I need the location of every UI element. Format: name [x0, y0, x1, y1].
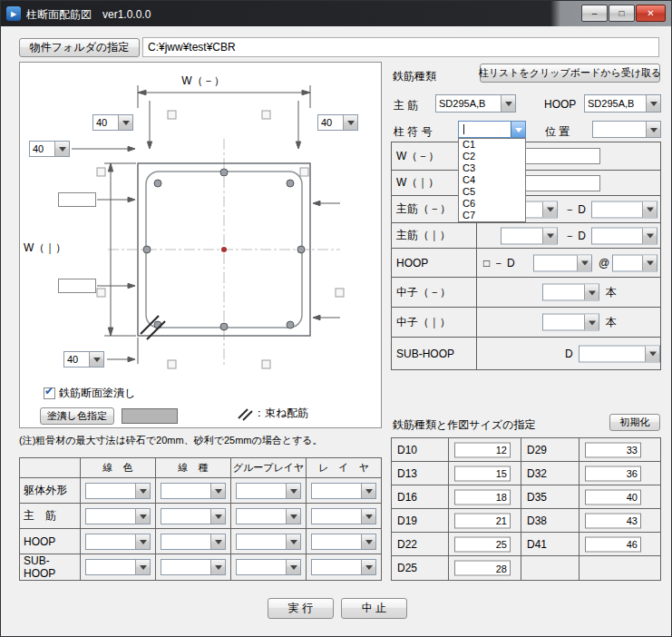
d-label: D22: [392, 533, 449, 555]
cancel-button[interactable]: 中 止: [341, 598, 407, 619]
column-mark-option[interactable]: C3: [459, 162, 525, 174]
dropdown-arrow-icon[interactable]: [646, 122, 660, 137]
mainbar-bar-dia-combo[interactable]: [591, 227, 657, 244]
size-value-input[interactable]: 15: [454, 466, 511, 481]
dropdown-arrow-icon[interactable]: [89, 352, 103, 367]
column-mark-option[interactable]: C6: [459, 198, 525, 210]
nakago-bar-combo[interactable]: [542, 314, 599, 331]
init-button[interactable]: 初期化: [609, 414, 660, 431]
dropdown-arrow-icon[interactable]: [118, 115, 132, 130]
dropdown-arrow-icon[interactable]: [584, 285, 599, 300]
column-mark-option[interactable]: C1: [459, 139, 525, 151]
dropdown-arrow-icon[interactable]: [210, 484, 225, 498]
group-layer-combo[interactable]: [236, 508, 301, 524]
close-button[interactable]: ✕: [636, 5, 666, 22]
size-value-input[interactable]: 36: [585, 466, 641, 481]
line-color-combo[interactable]: [85, 508, 151, 524]
size-value-input[interactable]: 40: [585, 489, 641, 505]
column-mark-option[interactable]: C5: [459, 186, 525, 198]
layer-combo[interactable]: [311, 483, 376, 499]
maximize-button[interactable]: □: [609, 5, 635, 22]
dropdown-arrow-icon[interactable]: [642, 255, 657, 270]
cover-top-right-combo[interactable]: 40: [317, 114, 358, 131]
leader-box: [58, 192, 96, 207]
dropdown-arrow-icon[interactable]: [642, 201, 657, 217]
line-color-combo[interactable]: [85, 534, 151, 550]
dropdown-arrow-icon[interactable]: [135, 484, 150, 498]
cover-bottom-combo[interactable]: 40: [63, 351, 104, 368]
line-color-combo[interactable]: [85, 483, 151, 499]
size-value-input[interactable]: 33: [585, 442, 641, 457]
checkbox-box[interactable]: ✔: [44, 387, 55, 399]
layer-combo[interactable]: [311, 559, 376, 575]
mainbar-bar-count-combo[interactable]: [501, 227, 558, 244]
nakago-minus-combo[interactable]: [542, 284, 599, 301]
fill-section-checkbox[interactable]: ✔ 鉄筋断面塗潰し: [44, 386, 135, 401]
hoop-dia-combo[interactable]: [533, 254, 592, 271]
group-layer-combo[interactable]: [236, 483, 301, 499]
dropdown-arrow-icon[interactable]: [210, 560, 225, 574]
cover-left-combo[interactable]: 40: [29, 141, 70, 157]
size-value-input[interactable]: 12: [454, 442, 511, 457]
dropdown-arrow-icon[interactable]: [361, 509, 375, 524]
line-type-combo[interactable]: [161, 508, 226, 524]
fill-color-button[interactable]: 塗潰し色指定: [40, 407, 114, 425]
line-type-combo[interactable]: [161, 483, 226, 499]
dropdown-arrow-icon[interactable]: [286, 534, 300, 549]
main-bar-grade-combo[interactable]: SD295A,B: [435, 94, 516, 113]
dropdown-arrow-icon[interactable]: [542, 228, 557, 243]
group-layer-combo[interactable]: [236, 559, 301, 575]
dropdown-arrow-icon[interactable]: [286, 484, 300, 498]
line-type-combo[interactable]: [161, 559, 226, 575]
subhoop-dia-combo[interactable]: [579, 345, 660, 362]
size-value-input[interactable]: 46: [585, 536, 641, 552]
dropdown-arrow-icon[interactable]: [577, 255, 591, 270]
dropdown-arrow-icon[interactable]: [286, 509, 300, 524]
hoop-pitch-combo[interactable]: [612, 254, 657, 271]
dropdown-arrow-icon[interactable]: [542, 201, 557, 217]
column-mark-option[interactable]: C2: [459, 151, 525, 162]
dropdown-arrow-icon[interactable]: [501, 95, 515, 112]
dropdown-arrow-icon[interactable]: [361, 534, 375, 549]
dropdown-arrow-icon[interactable]: [361, 560, 375, 574]
layer-combo[interactable]: [311, 534, 376, 550]
col-header-layer: レ イ ヤ: [307, 458, 381, 477]
dropdown-arrow-icon[interactable]: [511, 122, 525, 137]
minimize-button[interactable]: –: [581, 5, 608, 22]
dropdown-arrow-icon[interactable]: [584, 315, 599, 330]
position-combo[interactable]: [592, 121, 661, 138]
size-value-input[interactable]: 28: [454, 561, 511, 576]
dropdown-arrow-icon[interactable]: [135, 560, 150, 574]
mainbar-minus-dia-combo[interactable]: [591, 201, 657, 218]
folder-select-button[interactable]: 物件フォルダの指定: [19, 38, 140, 57]
dropdown-arrow-icon[interactable]: [210, 509, 225, 524]
dropdown-arrow-icon[interactable]: [343, 115, 357, 130]
dropdown-arrow-icon[interactable]: [645, 346, 659, 361]
size-value-input[interactable]: 18: [454, 489, 511, 505]
column-mark-combo[interactable]: [458, 121, 526, 138]
dropdown-arrow-icon[interactable]: [286, 560, 300, 574]
line-type-combo[interactable]: [161, 534, 226, 550]
folder-path-field[interactable]: C:¥jww¥test¥CBR: [142, 37, 659, 57]
line-color-combo[interactable]: [85, 559, 151, 575]
layer-settings-table: 線 色 線 種 グループレイヤ レ イ ヤ 躯体外形 主 筋 HOOP: [19, 457, 382, 581]
dropdown-arrow-icon[interactable]: [135, 534, 150, 549]
size-value-input[interactable]: 25: [454, 536, 511, 552]
dropdown-arrow-icon[interactable]: [210, 534, 225, 549]
group-layer-combo[interactable]: [236, 534, 301, 550]
column-mark-option[interactable]: C7: [459, 210, 525, 221]
clipboard-receive-button[interactable]: 柱リストをクリップボードから受け取る: [480, 64, 660, 83]
dropdown-arrow-icon[interactable]: [646, 95, 660, 112]
dropdown-arrow-icon[interactable]: [135, 509, 150, 524]
dropdown-arrow-icon[interactable]: [361, 484, 375, 498]
hoop-grade-combo[interactable]: SD295A,B: [584, 94, 661, 113]
dropdown-arrow-icon[interactable]: [54, 142, 69, 156]
size-value-input[interactable]: 43: [585, 513, 641, 528]
layer-combo[interactable]: [311, 508, 376, 524]
window-titlebar[interactable]: ▶ 柱断面配筋図 ver1.0.0.0 – □ ✕: [1, 1, 671, 26]
cover-top-left-combo[interactable]: 40: [93, 114, 133, 131]
dropdown-arrow-icon[interactable]: [642, 228, 657, 243]
size-value-input[interactable]: 21: [454, 513, 511, 528]
run-button[interactable]: 実 行: [268, 598, 334, 619]
column-mark-option[interactable]: C4: [459, 174, 525, 186]
